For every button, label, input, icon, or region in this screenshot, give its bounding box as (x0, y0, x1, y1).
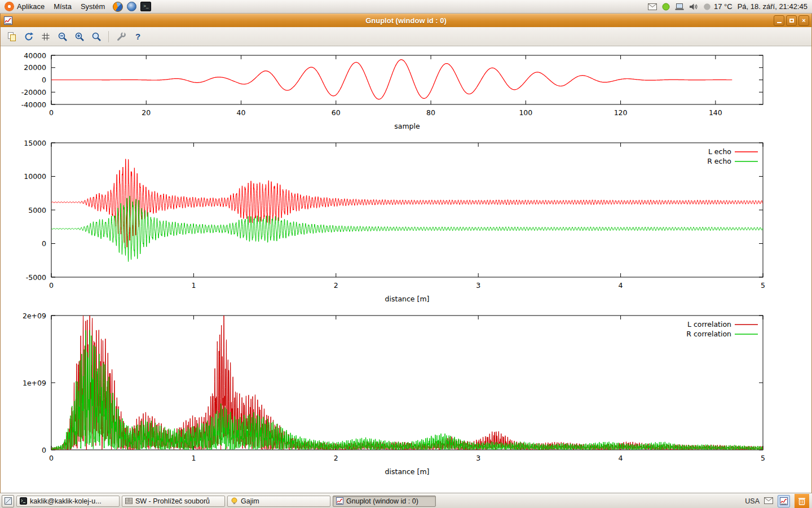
taskbar-item-label: Gajim (241, 497, 259, 505)
taskbar-item-label: SW - Prohlížeč souborů (135, 497, 210, 505)
toggle-grid-button[interactable] (38, 29, 53, 44)
panel-tray: 17 °C Pá, 18. září, 21:42:45 (648, 2, 812, 11)
zoom-previous-button[interactable] (55, 29, 70, 44)
gnuplot-window-icon (4, 16, 12, 25)
system-menu[interactable]: Systém (76, 0, 109, 13)
applications-menu[interactable]: Aplikace (0, 0, 49, 13)
series-group (51, 159, 763, 262)
maximize-icon (789, 19, 794, 23)
x-tick-label: 3 (476, 281, 480, 290)
display-icon[interactable] (675, 3, 684, 11)
taskbar-item-gnuplot[interactable]: Gnuplot (window id : 0) (333, 496, 436, 507)
y-tick-label: 0 (42, 76, 46, 84)
y-tick-label: -20000 (21, 88, 46, 97)
echo-chart[interactable]: 012345-5000050001000015000distance [m]L … (1, 134, 811, 308)
gnome-top-panel: Aplikace Místa Systém >_ (0, 0, 812, 14)
help-launcher-icon[interactable] (127, 2, 136, 11)
series-group (51, 308, 763, 450)
x-tick-label: 40 (237, 108, 246, 117)
ubuntu-logo-icon (5, 2, 14, 11)
firefox-launcher-icon[interactable] (113, 2, 123, 12)
axis-ticks (51, 316, 763, 450)
y-tick-label: 2e+09 (23, 312, 46, 320)
keyboard-layout-indicator[interactable]: USA (745, 497, 760, 505)
panel-launchers: >_ (113, 2, 151, 12)
series-group (51, 60, 732, 99)
x-tick-label: 1 (191, 281, 196, 290)
x-axis-label: sample (394, 122, 420, 130)
trash-applet[interactable] (795, 494, 809, 508)
terminal-icon (20, 497, 27, 505)
legend-label: R correlation (686, 330, 731, 338)
help-button[interactable]: ? (130, 29, 145, 44)
x-tick-label: 3 (476, 454, 480, 462)
axis-ticks (51, 143, 763, 277)
plot-border (51, 143, 763, 277)
clock-applet[interactable]: Pá, 18. září, 21:42:45 (738, 2, 807, 11)
x-tick-label: 0 (49, 108, 54, 117)
gajim-icon (231, 497, 238, 505)
y-tick-label: 10000 (24, 172, 46, 181)
gnuplot-window: Gnuplot (window id : 0) × (0, 14, 812, 493)
waveform-chart[interactable]: 020406080100120140-40000-200000200004000… (1, 47, 811, 134)
weather-applet[interactable]: 17 °C (703, 2, 732, 11)
gnuplot-canvas[interactable]: 020406080100120140-40000-200000200004000… (1, 46, 811, 493)
x-tick-label: 20 (142, 108, 151, 117)
wrench-icon (116, 32, 126, 42)
x-tick-label: 60 (332, 108, 341, 117)
copy-to-clipboard-button[interactable] (4, 29, 19, 44)
maximize-button[interactable] (786, 15, 797, 26)
zoom-next-button[interactable] (72, 29, 87, 44)
correlation-chart[interactable]: 01234501e+092e+09distance [m]L correlati… (1, 308, 811, 484)
autoscale-button[interactable] (89, 29, 104, 44)
help-icon: ? (135, 32, 140, 41)
x-tick-label: 2 (334, 454, 338, 462)
legend-label: R echo (707, 157, 731, 165)
taskbar-item-file-browser[interactable]: SW - Prohlížeč souborů (122, 496, 225, 507)
close-button[interactable]: × (798, 15, 809, 26)
y-tick-label: 1e+09 (23, 379, 46, 387)
minimize-button[interactable] (774, 15, 784, 26)
file-manager-icon (125, 497, 133, 505)
replot-button[interactable] (21, 29, 36, 44)
plot-border (51, 316, 763, 450)
tray-gnuplot-icon[interactable] (778, 495, 790, 507)
x-tick-label: 5 (761, 281, 765, 290)
mail-notifier-icon[interactable] (648, 3, 657, 10)
zoom-next-icon (74, 32, 85, 42)
configure-button[interactable] (113, 29, 129, 44)
taskbar-tray: USA (745, 494, 810, 508)
show-desktop-icon (5, 497, 12, 505)
y-tick-label: 0 (42, 446, 46, 454)
tray-mail-icon[interactable] (764, 496, 773, 506)
y-tick-label: 15000 (24, 139, 46, 147)
grid-icon (41, 32, 51, 42)
taskbar-item-gajim[interactable]: Gajim (227, 496, 330, 507)
trash-icon (798, 497, 806, 505)
x-tick-label: 4 (619, 454, 623, 462)
series-line (51, 60, 732, 99)
refresh-icon (24, 32, 34, 42)
taskbar-item-label: Gnuplot (window id : 0) (346, 497, 418, 505)
window-titlebar[interactable]: Gnuplot (window id : 0) × (1, 14, 811, 27)
show-desktop-button[interactable] (2, 495, 14, 507)
series-line (51, 308, 763, 450)
taskbar-item-label: kaklik@kaklik-kolej-u... (30, 497, 102, 505)
terminal-launcher-icon[interactable]: >_ (140, 2, 151, 11)
applications-menu-label: Aplikace (17, 2, 45, 11)
places-menu-label: Místa (54, 2, 72, 11)
taskbar-item-terminal[interactable]: kaklik@kaklik-kolej-u... (16, 496, 120, 507)
x-axis-label: distance [m] (385, 467, 430, 476)
series-line (51, 330, 763, 450)
update-notifier-icon[interactable] (662, 3, 670, 11)
x-tick-label: 100 (519, 108, 532, 117)
gnuplot-toolbar: ? (1, 27, 811, 46)
y-tick-label: 5000 (28, 206, 46, 214)
volume-icon[interactable] (689, 3, 698, 11)
places-menu[interactable]: Místa (49, 0, 76, 13)
zoom-previous-icon (58, 32, 68, 42)
x-tick-label: 4 (619, 281, 623, 290)
x-tick-label: 5 (761, 454, 765, 462)
y-tick-label: -5000 (26, 273, 46, 282)
x-tick-label: 2 (334, 281, 338, 290)
